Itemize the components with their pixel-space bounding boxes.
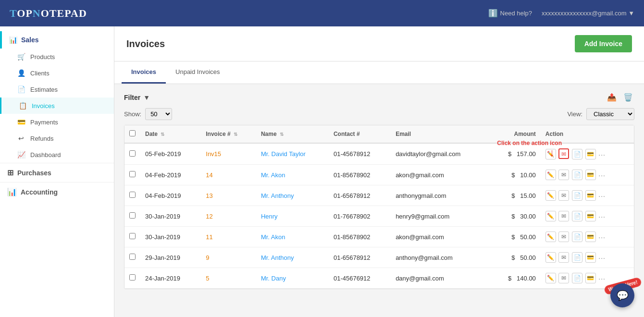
sidebar-item-invoices[interactable]: 📋 Invoices	[0, 98, 114, 114]
sidebar-item-clients[interactable]: 👤 Clients	[0, 65, 114, 81]
payment-icon[interactable]: 💳	[585, 252, 596, 263]
cell-name[interactable]: Mr. Anthony	[256, 185, 329, 206]
tab-unpaid-invoices[interactable]: Unpaid Invoices	[166, 61, 230, 84]
pdf-icon[interactable]: 📄	[572, 232, 582, 242]
row-checkbox[interactable]	[129, 274, 136, 280]
payment-icon[interactable]: 💳	[585, 149, 596, 159]
table-row: 30-Jan-2019 12 Henry 01-76678902 henry9@…	[124, 206, 634, 227]
cell-name[interactable]: Mr. Dany	[256, 268, 329, 289]
page-title: Invoices	[126, 38, 165, 49]
edit-icon[interactable]: ✏️	[545, 149, 556, 159]
chat-bubble-button[interactable]: 💬	[610, 283, 634, 307]
cell-contact: 01-85678902	[329, 227, 391, 247]
pdf-icon[interactable]: 📄	[572, 273, 582, 283]
pdf-icon[interactable]: 📄	[572, 149, 582, 159]
cell-contact: 01-85678902	[329, 165, 391, 185]
layout: 📊 Sales 🛒 Products 👤 Clients 📄 Estimates…	[0, 26, 644, 317]
table-row: 04-Feb-2019 14 Mr. Akon 01-85678902 akon…	[124, 165, 634, 185]
help-link[interactable]: ℹ️ Need help?	[488, 9, 533, 18]
email-icon[interactable]: ✉	[558, 252, 569, 263]
pdf-icon[interactable]: 📄	[572, 252, 582, 263]
cell-invoice: Inv15	[201, 143, 256, 165]
email-icon[interactable]: ✉	[558, 170, 569, 180]
edit-icon[interactable]: ✏️	[545, 232, 556, 242]
col-date: Date ⇅	[140, 125, 201, 143]
cell-date: 30-Jan-2019	[140, 206, 201, 227]
cell-email: akon@gmail.com	[391, 227, 491, 247]
pdf-icon[interactable]: 📄	[572, 190, 582, 201]
email-icon[interactable]: ✉	[558, 190, 569, 201]
cell-email: davidtaylor@gmail.com	[391, 143, 491, 165]
view-select[interactable]: Classic Modern	[586, 108, 634, 120]
cell-actions: ✏️ ✉ 📄 💳 ···	[541, 247, 634, 268]
sidebar-section-purchases[interactable]: ⊞ Purchases	[0, 163, 114, 182]
edit-icon[interactable]: ✏️	[545, 211, 556, 221]
more-icon[interactable]: ···	[598, 192, 606, 200]
sidebar-section-sales[interactable]: 📊 Sales	[0, 31, 114, 49]
email-icon[interactable]: ✉	[558, 148, 569, 159]
table-row: 29-Jan-2019 9 Mr. Anthony 01-65678912 an…	[124, 247, 634, 268]
table-header-row: Date ⇅ Invoice # ⇅ Name ⇅	[124, 125, 634, 143]
sidebar-item-label: Clients	[30, 70, 50, 77]
edit-icon[interactable]: ✏️	[545, 170, 556, 180]
payment-icon[interactable]: 💳	[585, 232, 596, 242]
more-icon[interactable]: ···	[598, 171, 606, 179]
more-icon[interactable]: ···	[598, 151, 606, 158]
row-checkbox[interactable]	[129, 212, 136, 219]
cell-amount: $ 157.00	[491, 143, 541, 165]
pdf-icon[interactable]: 📄	[572, 211, 582, 221]
show-select[interactable]: 50 25 100	[145, 108, 172, 120]
sort-invoice-icon[interactable]: ⇅	[234, 132, 237, 137]
show-left: Show: 50 25 100	[124, 108, 172, 120]
row-checkbox[interactable]	[129, 233, 136, 239]
export-icon[interactable]: 📤	[606, 91, 618, 103]
edit-icon[interactable]: ✏️	[545, 190, 556, 201]
payment-icon[interactable]: 💳	[585, 273, 596, 283]
email-icon[interactable]: ✉	[558, 232, 569, 242]
sidebar-item-dashboard[interactable]: 📈 Dashboard	[0, 146, 114, 163]
cell-name[interactable]: Mr. Akon	[256, 165, 329, 185]
email-icon[interactable]: ✉	[558, 211, 569, 221]
more-icon[interactable]: ···	[598, 254, 606, 262]
add-invoice-button[interactable]: Add Invoice	[575, 35, 632, 52]
delete-icon[interactable]: 🗑️	[622, 91, 634, 103]
cell-contact: 01-76678902	[329, 206, 391, 227]
header: TOPNOTEPAD ℹ️ Need help? xxxxxxxxxxxxxxx…	[0, 0, 644, 26]
cell-name[interactable]: Mr. Anthony	[256, 247, 329, 268]
cell-date: 05-Feb-2019	[140, 143, 201, 165]
pdf-icon[interactable]: 📄	[572, 170, 582, 180]
help-icon: ℹ️	[488, 9, 498, 18]
cell-name[interactable]: Mr. David Taylor	[256, 143, 329, 165]
select-all-checkbox[interactable]	[129, 130, 136, 136]
row-checkbox[interactable]	[129, 150, 136, 157]
sort-name-icon[interactable]: ⇅	[280, 132, 284, 137]
row-checkbox[interactable]	[129, 171, 136, 177]
payment-icon[interactable]: 💳	[585, 190, 596, 201]
sort-date-icon[interactable]: ⇅	[161, 132, 164, 137]
sidebar-section-accounting[interactable]: 📊 Accounting	[0, 182, 114, 201]
sidebar-item-estimates[interactable]: 📄 Estimates	[0, 81, 114, 98]
payment-icon[interactable]: 💳	[585, 211, 596, 221]
more-icon[interactable]: ···	[598, 213, 606, 220]
page-header: Invoices Add Invoice	[114, 26, 644, 61]
edit-icon[interactable]: ✏️	[545, 273, 556, 283]
more-icon[interactable]: ···	[598, 233, 606, 241]
row-checkbox[interactable]	[129, 254, 136, 260]
col-amount: Amount	[491, 125, 541, 143]
cell-name[interactable]: Henry	[256, 206, 329, 227]
more-icon[interactable]: ···	[598, 275, 606, 282]
sidebar-item-refunds[interactable]: ↩ Refunds	[0, 130, 114, 146]
cell-name[interactable]: Mr. Akon	[256, 227, 329, 247]
user-email[interactable]: xxxxxxxxxxxxxxxx@gmail.com ▼	[542, 10, 634, 17]
table-row: 24-Jan-2019 5 Mr. Dany 01-45676912 dany@…	[124, 268, 634, 289]
sidebar-item-products[interactable]: 🛒 Products	[0, 49, 114, 65]
sidebar-item-label: Estimates	[30, 86, 58, 93]
row-checkbox[interactable]	[129, 192, 136, 198]
tab-invoices[interactable]: Invoices	[122, 61, 166, 84]
sidebar-item-payments[interactable]: 💳 Payments	[0, 114, 114, 130]
accounting-collapse-icon: 📊	[7, 187, 17, 196]
edit-icon[interactable]: ✏️	[545, 252, 556, 263]
email-icon[interactable]: ✉	[558, 273, 569, 283]
payment-icon[interactable]: 💳	[585, 170, 596, 180]
cell-amount: $ 140.00	[491, 268, 541, 289]
